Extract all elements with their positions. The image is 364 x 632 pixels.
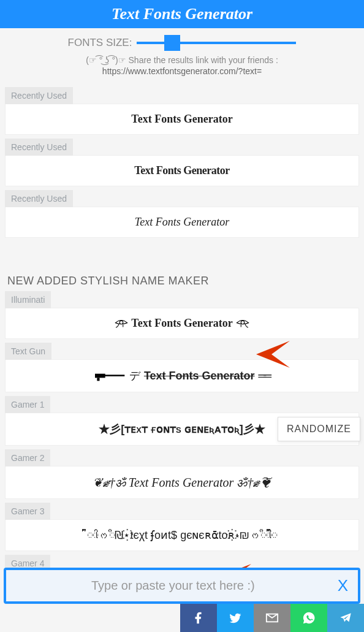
ornament-right-icon: ॐ†⸙❦: [237, 476, 271, 489]
font-output[interactable]: Text Fonts Generator: [5, 155, 359, 186]
font-tag: Recently Used: [5, 190, 73, 207]
page-title: Text Fonts Generator: [112, 5, 252, 23]
recently-used-group: Recently Used Text Fonts Generator: [5, 139, 359, 186]
gun-icon: [95, 370, 126, 381]
share-twitter-button[interactable]: [217, 604, 254, 632]
social-share-row: [180, 604, 364, 632]
ornament-left-icon: ❦⸙†ॐ: [93, 476, 126, 489]
share-whatsapp-button[interactable]: [290, 604, 327, 632]
ornament-left-icon: ᭄ིྀᰔᩚ: [87, 529, 115, 541]
whatsapp-icon: [302, 611, 316, 625]
font-tag: Text Gun: [5, 343, 51, 360]
font-output[interactable]: Text Fonts Generator: [5, 104, 359, 135]
ornament-right-icon: ᰔᩚ᭄ིྀ: [249, 529, 277, 541]
fonts-size-label: FONTS SIZE:: [68, 37, 132, 49]
email-icon: [265, 611, 279, 625]
styled-group: Text Gun デ Text Fonts Generator ══: [5, 343, 359, 392]
font-tag: Illuminati: [5, 291, 51, 308]
share-text: (☞ ͡° ͜ʖ ͡°)☞ Share the results link wit…: [7, 55, 357, 65]
fonts-size-slider[interactable]: [137, 36, 296, 50]
font-text: Text Fonts Generator: [144, 370, 255, 383]
text-input[interactable]: [16, 579, 330, 593]
page-header: Text Fonts Generator: [0, 0, 364, 28]
recently-used-group: Recently Used Text Fonts Generator: [5, 190, 359, 238]
font-text: ₪⋆꙰tєχt ʄoᴎt$ gєɴєʀᾱtoʀ꙰⋆₪: [115, 529, 249, 541]
section-title: NEW ADDED STYLISH NAME MAKER: [7, 275, 357, 287]
controls-area: FONTS SIZE: (☞ ͡° ͜ʖ ͡°)☞ Share the resu…: [0, 28, 364, 83]
font-output[interactable]: Text Fonts Generator: [5, 207, 359, 238]
share-telegram-button[interactable]: [327, 604, 364, 632]
telegram-icon: [339, 611, 352, 625]
randomize-button[interactable]: RANDOMIZE: [278, 417, 360, 441]
svg-rect-1: [104, 375, 124, 376]
font-tag: Recently Used: [5, 87, 73, 104]
font-text: Text Fonts Generator: [129, 476, 233, 489]
font-output[interactable]: ❦⸙†ॐ Text Fonts Generator ॐ†⸙❦: [5, 466, 359, 499]
share-facebook-button[interactable]: [180, 604, 217, 632]
font-tag: Gamer 2: [5, 449, 50, 466]
styled-group: Gamer 3 ᭄ིྀᰔᩚ₪⋆꙰tєχt ʄoᴎt$ gєɴєʀᾱtoʀ꙰⋆₪ᰔ…: [5, 503, 359, 551]
svg-rect-2: [97, 378, 99, 381]
share-email-button[interactable]: [254, 604, 290, 632]
font-tag: Recently Used: [5, 139, 73, 156]
share-link[interactable]: https://www.textfontsgenerator.com/?text…: [7, 66, 357, 76]
close-button[interactable]: X: [338, 576, 348, 595]
fonts-size-row: FONTS SIZE:: [68, 36, 297, 50]
recently-used-group: Recently Used Text Fonts Generator: [5, 87, 359, 135]
font-output[interactable]: Text Fonts Generator: [5, 308, 359, 339]
font-tag: Gamer 1: [5, 396, 50, 413]
facebook-icon: [192, 611, 205, 625]
eye-of-horus-icon: [115, 319, 128, 328]
slider-thumb[interactable]: [164, 35, 180, 51]
font-tag: Gamer 3: [5, 503, 50, 520]
styled-group: Gamer 2 ❦⸙†ॐ Text Fonts Generator ॐ†⸙❦: [5, 449, 359, 499]
svg-rect-0: [95, 374, 105, 378]
font-output[interactable]: ᭄ིྀᰔᩚ₪⋆꙰tєχt ʄoᴎt$ gєɴєʀᾱtoʀ꙰⋆₪ᰔᩚ᭄ིྀ: [5, 519, 359, 551]
input-bar: X: [4, 568, 360, 604]
slider-track: [137, 42, 296, 44]
twitter-icon: [229, 611, 242, 625]
eye-of-horus-icon: [236, 319, 249, 328]
font-output[interactable]: デ Text Fonts Generator ══: [5, 359, 359, 392]
styled-group: Illuminati Text Fonts Generator: [5, 291, 359, 339]
font-text: Text Fonts Generator: [131, 317, 232, 329]
